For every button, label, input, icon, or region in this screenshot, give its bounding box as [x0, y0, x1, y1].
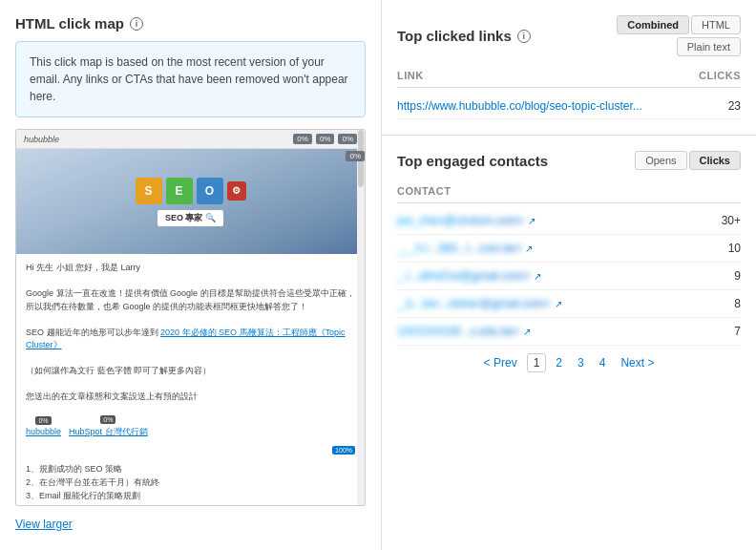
email-preview-inner: hububble 0% 0% 0% 0%: [16, 130, 365, 505]
seo-link[interactable]: 2020 年必修的 SEO 馬鞭算法：工程師應《Topic Cluster》: [26, 328, 346, 350]
contact-count-2: 10: [712, 242, 741, 255]
email-hero: S E O ⚙ SEO 專家 🔍: [16, 149, 365, 254]
toggle-row-bottom: Plain text: [677, 37, 741, 56]
external-link-icon-2: ↗: [525, 243, 533, 254]
seo-icon-block: ⚙: [227, 181, 246, 201]
greeting-line: Hi 先生 小姐 您好，我是 Larry: [26, 262, 355, 275]
contact-count-3: 9: [712, 269, 741, 283]
pagination: < Prev 1 2 3 4 Next >: [397, 346, 741, 376]
link-col-header: LINK: [397, 70, 424, 81]
toggle-combined[interactable]: Combined: [617, 15, 689, 34]
toggle-opens[interactable]: Opens: [635, 151, 686, 170]
seo-blocks: S E O ⚙: [136, 178, 246, 204]
body-paragraph-2: （如何讓作為文行 藍色字體 即可了解更多內容）: [26, 365, 355, 378]
seo-e-block: E: [166, 178, 193, 204]
external-link-icon-4: ↗: [555, 299, 562, 309]
list-item-1: 1、規劃成功的 SEO 策略: [26, 462, 355, 476]
toggle-plaintext[interactable]: Plain text: [677, 37, 741, 56]
link-clicks-1: 23: [728, 99, 741, 113]
clicks-col-header: CLICKS: [699, 70, 741, 81]
cta2-link[interactable]: HubSpot 台灣代行銷: [69, 426, 148, 438]
contact-table-header: CONTACT: [397, 180, 741, 203]
email-preview-container: hububble 0% 0% 0% 0%: [15, 129, 366, 506]
cta1-link[interactable]: hububble: [26, 427, 61, 436]
page-3-button[interactable]: 3: [572, 354, 590, 371]
contact-link-text-5[interactable]: 1003154100...s.edu.tw>: [397, 325, 519, 338]
info-icon[interactable]: i: [130, 17, 143, 31]
seo-expert-label: SEO 專家 🔍: [158, 210, 223, 226]
engaged-header: Top engaged contacts Opens Clicks: [397, 151, 741, 170]
list-items: 1、規劃成功的 SEO 策略 2、在台灣平台並在若干月）有統終 3、Email …: [16, 458, 365, 506]
toggle-clicks[interactable]: Clicks: [689, 151, 741, 170]
email-preview-scroll[interactable]: hububble 0% 0% 0% 0%: [16, 130, 365, 505]
engaged-title-text: Top engaged contacts: [397, 153, 548, 169]
toggle-group-contacts: Opens Clicks: [635, 151, 741, 170]
view-larger-link[interactable]: View larger: [15, 514, 366, 535]
top-links-info-icon[interactable]: i: [517, 30, 531, 43]
links-table-header: LINK CLICKS: [397, 66, 741, 88]
top-links-title: Top clicked links i: [397, 28, 531, 44]
left-panel: HTML click map i This click map is based…: [0, 0, 382, 550]
side-pct-1: 0%: [346, 151, 365, 161]
contact-row-4: _.b...ber...oldner@gmail.com> ↗ 8: [397, 290, 741, 318]
toggle-group-links: Combined HTML Plain text: [617, 15, 741, 56]
seo-link-paragraph: SEO 趨能近年的地形可以步年達到 2020 年必修的 SEO 馬鞭算法：工程師…: [26, 327, 355, 352]
info-box-text: This click map is based on the most rece…: [30, 55, 348, 103]
seo-s-block: S: [136, 178, 162, 204]
contact-link-text-4[interactable]: _.b...ber...oldner@gmail.com>: [397, 297, 551, 310]
next-page-button[interactable]: Next >: [615, 354, 660, 371]
scrollbar[interactable]: [357, 130, 365, 505]
email-mock: hububble 0% 0% 0% 0%: [16, 130, 365, 505]
contact-row-3: _.l...allre01e@gmail.com> ↗ 9: [397, 263, 741, 290]
contact-col-header: CONTACT: [397, 185, 451, 197]
pct-badge-3: 0%: [338, 134, 357, 144]
engaged-title: Top engaged contacts: [397, 153, 548, 169]
contact-row-5: 1003154100...s.edu.tw> ↗ 7: [397, 318, 741, 346]
link-url-1[interactable]: https://www.hububble.co/blog/seo-topic-c…: [397, 99, 642, 113]
contact-link-text-2[interactable]: _._.h.i...360...l...com.tw>: [397, 242, 521, 255]
contact-link-text-1[interactable]: pei_chen@ctrstom.com>: [397, 214, 524, 227]
contact-email-3: _.l...allre01e@gmail.com> ↗: [397, 269, 712, 283]
list-item-4: 4、打造與長的城市上的平台: [26, 503, 355, 505]
cta2-pct: 0%: [100, 415, 116, 424]
info-box: This click map is based on the most rece…: [15, 41, 366, 117]
contact-link-text-3[interactable]: _.l...allre01e@gmail.com>: [397, 269, 530, 283]
contact-count-1: 30+: [712, 214, 741, 227]
engaged-section: Top engaged contacts Opens Clicks CONTAC…: [382, 136, 756, 550]
contact-email-1: pei_chen@ctrstom.com> ↗: [397, 214, 712, 227]
pct-100-badge: 100%: [332, 446, 355, 455]
top-links-title-text: Top clicked links: [397, 28, 512, 44]
toggle-html[interactable]: HTML: [691, 15, 741, 34]
cta-row: 0% hububble 0% HubSpot 台灣代行銷: [16, 412, 365, 442]
list-item-3: 3、Email 服能化行的策略規劃: [26, 489, 355, 502]
external-link-icon-1: ↗: [528, 216, 536, 226]
external-link-icon-5: ↗: [523, 327, 531, 337]
pct-100-area: 100%: [16, 442, 365, 458]
left-section-title: HTML click map i: [15, 15, 366, 32]
seo-o-block: O: [197, 178, 223, 204]
link-row-1: https://www.hububble.co/blog/seo-topic-c…: [397, 94, 741, 119]
pct-badge-2: 0%: [316, 134, 335, 144]
contact-count-4: 8: [712, 297, 741, 310]
body-paragraph-3: 您送出的在文章樣態和文案設送上有預的設計: [26, 391, 355, 404]
contact-row-1: pei_chen@ctrstom.com> ↗ 30+: [397, 207, 741, 235]
toggle-row-top: Combined HTML: [617, 15, 741, 34]
cta1-pct: 0%: [35, 416, 51, 425]
hububble-logo: hububble: [24, 135, 59, 144]
page-4-button[interactable]: 4: [594, 354, 612, 371]
page-2-button[interactable]: 2: [550, 354, 568, 371]
right-panel: Top clicked links i Combined HTML Plain …: [382, 0, 756, 550]
contact-count-5: 7: [712, 325, 741, 338]
top-links-header: Top clicked links i Combined HTML Plain …: [397, 15, 741, 56]
contact-email-4: _.b...ber...oldner@gmail.com> ↗: [397, 297, 712, 310]
pct-badge-1: 0%: [293, 134, 312, 144]
list-item-2: 2、在台灣平台並在若干月）有統終: [26, 476, 355, 489]
prev-page-button[interactable]: < Prev: [478, 354, 523, 371]
body-paragraph-1: Google 算法一直在改進！提供有價值 Google 的目標是幫助提供符合這些…: [26, 287, 355, 313]
top-links-section: Top clicked links i Combined HTML Plain …: [382, 0, 756, 136]
contact-email-2: _._.h.i...360...l...com.tw> ↗: [397, 242, 712, 255]
contact-row-2: _._.h.i...360...l...com.tw> ↗ 10: [397, 235, 741, 263]
external-link-icon-3: ↗: [534, 271, 541, 282]
email-body-text: Hi 先生 小姐 您好，我是 Larry Google 算法一直在改進！提供有價…: [16, 254, 365, 412]
page-1-button[interactable]: 1: [527, 353, 547, 372]
